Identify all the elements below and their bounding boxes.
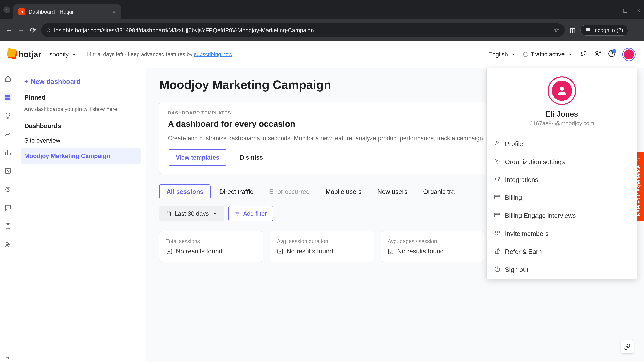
nav-recordings[interactable] [4, 167, 12, 175]
reload-button[interactable]: ⟳ [30, 26, 36, 34]
browser-tab[interactable]: h Dashboard - Hotjar × [14, 4, 121, 19]
nav-highlights[interactable] [4, 111, 12, 120]
add-filter-button[interactable]: Add filter [228, 206, 273, 221]
hotjar-logo[interactable]: hotjar [8, 50, 41, 59]
nav-funnels[interactable] [4, 148, 12, 157]
maximize-button[interactable]: □ [623, 7, 627, 14]
lightbulb-icon [4, 112, 11, 119]
tab-direct-traffic[interactable]: Direct traffic [212, 184, 260, 199]
avatar-icon [552, 81, 572, 101]
pinned-section-title: Pinned [21, 89, 141, 104]
nav-heatmaps[interactable] [4, 185, 12, 194]
hotjar-favicon: h [18, 8, 25, 15]
back-button[interactable]: ← [5, 26, 12, 34]
menu-item-invite[interactable]: Invite members [486, 225, 637, 243]
logo-icon [8, 50, 18, 59]
dropdown-avatar [548, 76, 576, 105]
traffic-status[interactable]: Traffic active [523, 51, 573, 58]
view-templates-button[interactable]: View templates [168, 149, 227, 166]
menu-item-billing[interactable]: Billing [486, 189, 637, 207]
menu-item-billing-engage[interactable]: Billing Engage interviews [486, 207, 637, 225]
site-info-icon[interactable]: ⊜ [46, 27, 51, 33]
url-text: insights.hotjar.com/sites/3814994/dashbo… [54, 27, 550, 33]
browser-menu-button[interactable]: ⋮ [633, 27, 639, 34]
user-menu-button[interactable] [622, 48, 636, 61]
tab-title: Dashboard - Hotjar [28, 9, 109, 15]
sidebar-item-moodjoy[interactable]: Moodjoy Marketing Campaign [21, 148, 141, 164]
tab-error-occurred[interactable]: Error occurred [262, 184, 317, 199]
add-filter-label: Add filter [243, 210, 267, 217]
new-tab-button[interactable]: + [126, 7, 130, 15]
nav-feedback[interactable] [4, 204, 12, 212]
close-window-button[interactable]: × [637, 7, 641, 14]
checkbox-icon [166, 248, 172, 255]
org-name: shopify [50, 51, 68, 58]
language-selector[interactable]: English [488, 51, 516, 58]
menu-item-label: Organization settings [505, 158, 565, 166]
svg-point-11 [6, 243, 8, 245]
filter-icon [234, 211, 240, 217]
metric-label: Avg. session duration [277, 238, 367, 244]
address-bar[interactable]: ⊜ insights.hotjar.com/sites/3814994/dash… [41, 23, 565, 37]
metric-total-sessions: Total sessions No results found [159, 231, 263, 262]
tab-new-users[interactable]: New users [370, 184, 414, 199]
sidebar-item-site-overview[interactable]: Site overview [21, 133, 141, 148]
users-icon [4, 241, 11, 248]
menu-item-label: Profile [505, 140, 523, 148]
share-link-button[interactable] [620, 340, 634, 354]
date-range-filter[interactable]: Last 30 days [159, 206, 224, 221]
card-icon [494, 194, 501, 202]
integrations-button[interactable] [580, 50, 587, 59]
svg-point-19 [496, 160, 498, 162]
nav-collapse[interactable] [4, 354, 12, 362]
svg-point-2 [628, 53, 629, 54]
app-header: hotjar shopify 14 trial days left - keep… [0, 41, 644, 68]
incognito-badge[interactable]: 🕶 Incognito (2) [580, 25, 628, 35]
menu-item-label: Sign out [505, 266, 528, 274]
nav-engage[interactable] [4, 241, 12, 249]
notification-dot [612, 49, 616, 53]
checkbox-icon [388, 248, 394, 255]
subscribe-link[interactable]: subscribing now [194, 51, 232, 57]
metric-avg-duration: Avg. session duration No results found [270, 231, 374, 262]
tab-mobile-users[interactable]: Mobile users [318, 184, 368, 199]
user-dropdown-menu: Eli Jones 6167ae94@moodjoy.com Profile O… [486, 68, 637, 279]
invite-button[interactable] [594, 50, 602, 59]
menu-item-refer[interactable]: Refer & Earn [486, 243, 637, 261]
card-icon [494, 212, 501, 220]
browser-toolbar: ← → ⟳ ⊜ insights.hotjar.com/sites/381499… [0, 19, 644, 41]
dismiss-button[interactable]: Dismiss [232, 149, 270, 166]
metric-label: Total sessions [166, 238, 256, 244]
nav-home[interactable] [4, 75, 12, 83]
side-panel-button[interactable]: ◫ [570, 27, 576, 34]
menu-item-label: Integrations [505, 176, 538, 184]
menu-item-profile[interactable]: Profile [486, 135, 637, 153]
metric-label: Avg. pages / session [388, 238, 478, 244]
svg-rect-6 [8, 97, 10, 100]
sidebar: + New dashboard Pinned Any dashboards yo… [16, 68, 146, 362]
nav-surveys[interactable] [4, 222, 12, 230]
tab-all-sessions[interactable]: All sessions [159, 184, 211, 199]
menu-item-signout[interactable]: Sign out [486, 261, 637, 279]
svg-rect-4 [8, 95, 10, 97]
bookmark-button[interactable]: ☆ [554, 26, 560, 34]
close-tab-button[interactable]: × [112, 8, 116, 15]
tab-organic-traffic[interactable]: Organic tra [416, 184, 462, 199]
calendar-icon [165, 211, 171, 217]
svg-point-8 [6, 187, 10, 192]
svg-point-9 [7, 189, 9, 190]
svg-rect-20 [494, 195, 500, 199]
new-dashboard-button[interactable]: + New dashboard [21, 75, 141, 89]
menu-item-integrations[interactable]: Integrations [486, 171, 637, 189]
nav-dashboards[interactable] [4, 93, 12, 101]
tab-search-button[interactable] [3, 6, 10, 13]
minimize-button[interactable]: — [607, 7, 613, 14]
help-button[interactable] [608, 50, 616, 59]
bars-icon [4, 149, 11, 156]
avatar-icon [624, 49, 634, 59]
nav-trends[interactable] [4, 130, 12, 138]
traffic-label: Traffic active [531, 51, 565, 58]
org-selector[interactable]: shopify [50, 51, 77, 58]
forward-button[interactable]: → [18, 26, 25, 34]
menu-item-org-settings[interactable]: Organization settings [486, 153, 637, 171]
